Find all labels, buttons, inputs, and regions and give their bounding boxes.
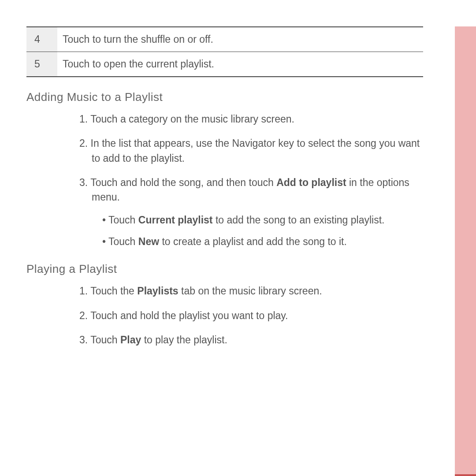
row-number: 4 [26, 27, 57, 52]
step-text-bold: Playlists [137, 285, 178, 297]
row-text: Touch to turn the shuffle on or off. [57, 27, 423, 52]
row-number: 5 [26, 52, 57, 77]
sub-text-post: to create a playlist and add the song to… [159, 236, 347, 247]
step-text-post: tab on the music library screen. [178, 285, 322, 297]
page: 4 Touch to turn the shuffle on or off. 5… [0, 26, 476, 476]
list-item: 1. Touch a category on the music library… [79, 112, 423, 126]
step-text-post: to play the playlist. [141, 334, 227, 346]
list-item: 3. Touch and hold the song, and then tou… [79, 175, 423, 249]
row-text: Touch to open the current playlist. [57, 52, 423, 77]
step-text-pre: 1. Touch the [79, 285, 137, 297]
list-item: 2. In the list that appears, use the Nav… [79, 136, 423, 166]
step-text-pre: 3. Touch [79, 334, 120, 346]
list-item: Touch New to create a playlist and add t… [102, 234, 423, 249]
sub-text-bold: Current playlist [138, 214, 213, 226]
sub-text-bold: New [138, 236, 159, 247]
table-row: 4 Touch to turn the shuffle on or off. [26, 27, 423, 52]
list-item: 1. Touch the Playlists tab on the music … [79, 284, 423, 298]
side-tab-stripe: 85 [455, 26, 476, 476]
list-item: 3. Touch Play to play the playlist. [79, 333, 423, 347]
adding-substeps: Touch Current playlist to add the song t… [92, 213, 423, 249]
step-text: 1. Touch a category on the music library… [79, 113, 294, 125]
sub-text-pre: Touch [108, 214, 138, 226]
table-row: 5 Touch to open the current playlist. [26, 52, 423, 77]
section-title-playing: Playing a Playlist [26, 262, 450, 276]
step-text: 2. Touch and hold the playlist you want … [79, 310, 288, 321]
page-number: 85 [455, 474, 476, 476]
list-item: Touch Current playlist to add the song t… [102, 213, 423, 227]
sub-text-pre: Touch [108, 236, 138, 247]
sub-text-post: to add the song to an existing playlist. [213, 214, 385, 226]
section-title-adding: Adding Music to a Playlist [26, 90, 450, 104]
playing-steps: 1. Touch the Playlists tab on the music … [26, 284, 423, 347]
step-text-bold: Add to playlist [276, 177, 346, 188]
adding-steps: 1. Touch a category on the music library… [26, 112, 423, 249]
step-text-pre: 3. Touch and hold the song, and then tou… [79, 177, 276, 188]
step-text-bold: Play [120, 334, 141, 346]
step-text: 2. In the list that appears, use the Nav… [79, 138, 420, 164]
reference-table: 4 Touch to turn the shuffle on or off. 5… [26, 26, 423, 77]
list-item: 2. Touch and hold the playlist you want … [79, 309, 423, 323]
